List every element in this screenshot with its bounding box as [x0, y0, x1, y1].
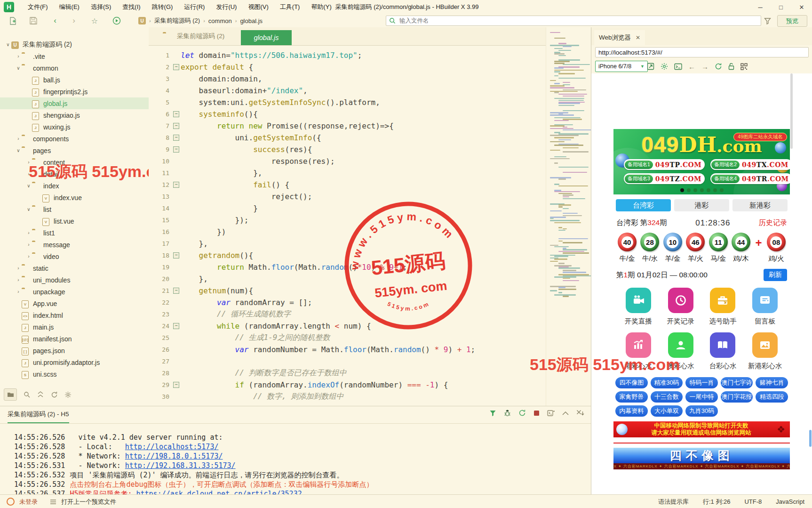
- app-留言板[interactable]: 留言板: [744, 288, 786, 326]
- app-澳彩心水[interactable]: 澳彩心水: [660, 332, 702, 371]
- lottery-tab-台湾彩[interactable]: 台湾彩: [616, 199, 671, 211]
- console-collapse-icon[interactable]: [562, 411, 569, 415]
- code-line-10[interactable]: 10 response(res);: [149, 155, 546, 167]
- menu-文件(F)[interactable]: 文件(F): [23, 1, 53, 13]
- tab-global-js[interactable]: global.js: [241, 30, 292, 45]
- filter-funnel-icon[interactable]: [762, 16, 772, 26]
- code-line-2[interactable]: 2−export default {: [149, 61, 546, 73]
- url-input[interactable]: [595, 47, 809, 57]
- app-选号助手[interactable]: 选号助手: [702, 288, 744, 326]
- fold-marker-icon[interactable]: −: [173, 123, 181, 129]
- tree-item-index[interactable]: ∨index: [0, 180, 149, 192]
- tree-item-components[interactable]: ›components: [0, 133, 149, 145]
- code-line-6[interactable]: 6− systeminfo(){: [149, 108, 546, 120]
- preview-button[interactable]: 预览: [777, 15, 807, 27]
- link-家禽野兽[interactable]: 家禽野兽: [615, 391, 648, 403]
- tree-item-content[interactable]: ›content: [0, 156, 149, 168]
- nav-forward-icon[interactable]: →: [701, 63, 709, 71]
- code-line-23[interactable]: 23 // 循环生成随机数字: [149, 308, 546, 320]
- panel-scrollbar[interactable]: [809, 430, 812, 447]
- browser-tab[interactable]: Web浏览器 ✕: [594, 30, 645, 46]
- link-九肖30码[interactable]: 九肖30码: [685, 405, 718, 417]
- backup-domain-pill[interactable]: 备用域名4049TR.COM: [710, 173, 790, 184]
- link-澳门七字诗[interactable]: 澳门七字诗: [721, 377, 753, 388]
- log-link[interactable]: http://localhost:5173/: [125, 443, 219, 451]
- refresh-explorer-icon[interactable]: [51, 391, 58, 398]
- code-line-19[interactable]: 19 return Math.floor(Math.random()*10) %…: [149, 261, 546, 273]
- menu-查找(I)[interactable]: 查找(I): [117, 1, 145, 13]
- code-line-3[interactable]: 3 domain:domain,: [149, 73, 546, 85]
- fold-marker-icon[interactable]: −: [173, 182, 181, 188]
- explorer-settings-icon[interactable]: [64, 391, 72, 398]
- carousel-dot[interactable]: [687, 188, 691, 192]
- code-line-21[interactable]: 21− getnum(num){: [149, 285, 546, 297]
- fold-marker-icon[interactable]: −: [173, 382, 181, 388]
- code-line-5[interactable]: 5 system:uni.getSystemInfoSync().platfor…: [149, 97, 546, 108]
- console-new-view-icon[interactable]: [547, 410, 555, 417]
- code-line-13[interactable]: 13 reject();: [149, 191, 546, 202]
- carousel-dot[interactable]: [680, 188, 684, 192]
- minimize-button[interactable]: ─: [750, 0, 771, 14]
- link-一尾中特[interactable]: 一尾中特: [685, 391, 718, 403]
- console-tab[interactable]: 采集前端源码 (2) - H5: [8, 410, 69, 423]
- link-十三合数[interactable]: 十三合数: [651, 391, 683, 403]
- collapse-all-icon[interactable]: [37, 391, 44, 398]
- tree-item-wuxing.js[interactable]: Jwuxing.js: [0, 121, 149, 133]
- tree-item-detail[interactable]: ›detail: [0, 168, 149, 180]
- cursor-position[interactable]: 行:1 列:26: [703, 498, 731, 506]
- fold-marker-icon[interactable]: −: [173, 288, 181, 294]
- search-files-icon[interactable]: [24, 391, 31, 398]
- fold-marker-icon[interactable]: −: [173, 146, 181, 153]
- tree-item-shengxiao.js[interactable]: Jshengxiao.js: [0, 109, 149, 121]
- link-赌神七肖[interactable]: 赌神七肖: [756, 377, 788, 388]
- menu-发行(U)[interactable]: 发行(U): [211, 1, 242, 13]
- menu-编辑(E)[interactable]: 编辑(E): [54, 1, 85, 13]
- link-四不像图[interactable]: 四不像图: [615, 377, 648, 388]
- section-banner[interactable]: 四不像图: [613, 448, 790, 463]
- code-line-1[interactable]: 1let domain="https://506.haiwaiym17.top"…: [149, 49, 546, 61]
- code-line-12[interactable]: 12− fail() {: [149, 179, 546, 191]
- code-line-25[interactable]: 25 // 生成1-9之间的随机整数: [149, 332, 546, 344]
- tree-item-ball.js[interactable]: Jball.js: [0, 74, 149, 86]
- link-大小单双[interactable]: 大小单双: [651, 405, 683, 417]
- console-stop-icon[interactable]: [533, 410, 540, 416]
- tree-item-unpackage[interactable]: ›unpackage: [0, 286, 149, 298]
- browser-tab-close-icon[interactable]: ✕: [636, 34, 640, 41]
- code-line-28[interactable]: 28 // 判断数字是否已存在于数组中: [149, 367, 546, 379]
- tree-item-video[interactable]: ›video: [0, 250, 149, 262]
- settings-gear-icon[interactable]: [661, 63, 668, 70]
- log-link[interactable]: http://192.168.31.33:5173/: [125, 461, 236, 470]
- site-banner[interactable]: 049DH.com 49图库二站永久域名 备用域名1049TP.COM备用域名2…: [613, 129, 790, 194]
- code-area[interactable]: 1let domain="https://506.haiwaiym17.top"…: [149, 45, 546, 403]
- link-内幕资料[interactable]: 内幕资料: [615, 405, 648, 417]
- code-line-7[interactable]: 7− return new Promise((response,reject)=…: [149, 120, 546, 132]
- fold-marker-icon[interactable]: −: [173, 111, 181, 117]
- tree-item-uni.scss[interactable]: Suni.scss: [0, 368, 149, 380]
- code-line-18[interactable]: 18− getrandom(){: [149, 250, 546, 261]
- new-file-icon[interactable]: [8, 16, 18, 26]
- carousel-dot[interactable]: [707, 188, 710, 192]
- app-新港彩心水[interactable]: 新港彩心水: [744, 332, 786, 371]
- code-line-4[interactable]: 4 baseurl:domain+"/index",: [149, 85, 546, 97]
- code-line-17[interactable]: 17 },: [149, 238, 546, 250]
- tree-item-manifest.json[interactable]: [@]manifest.json: [0, 333, 149, 345]
- backup-domain-pill[interactable]: 备用域名3049TZ.COM: [624, 173, 705, 184]
- code-line-8[interactable]: 8− uni.getSystemInfo({: [149, 132, 546, 144]
- code-line-29[interactable]: 29− if (randomArray.indexOf(randomNumber…: [149, 379, 546, 391]
- open-external-icon[interactable]: [647, 63, 654, 70]
- tree-item-采集前端源码 (2)[interactable]: ∨U采集前端源码 (2): [0, 39, 149, 50]
- menu-视图(V)[interactable]: 视图(V): [243, 1, 273, 13]
- app-港彩心水[interactable]: 港彩心水: [617, 332, 660, 371]
- forward-icon[interactable]: ›: [69, 16, 79, 26]
- code-line-15[interactable]: 15 });: [149, 214, 546, 226]
- carousel-dot[interactable]: [693, 188, 697, 192]
- tree-item-global.js[interactable]: Jglobal.js: [0, 97, 149, 109]
- viewport-scrollbar[interactable]: [790, 73, 793, 149]
- explorer-folder-icon[interactable]: [4, 388, 17, 401]
- breadcrumb-file[interactable]: global.js: [240, 17, 263, 24]
- code-line-9[interactable]: 9− success(res){: [149, 144, 546, 155]
- menu-选择(S)[interactable]: 选择(S): [86, 1, 116, 13]
- login-status[interactable]: 未登录: [19, 498, 38, 506]
- tree-item-static[interactable]: ›static: [0, 262, 149, 274]
- code-line-16[interactable]: 16 }): [149, 226, 546, 238]
